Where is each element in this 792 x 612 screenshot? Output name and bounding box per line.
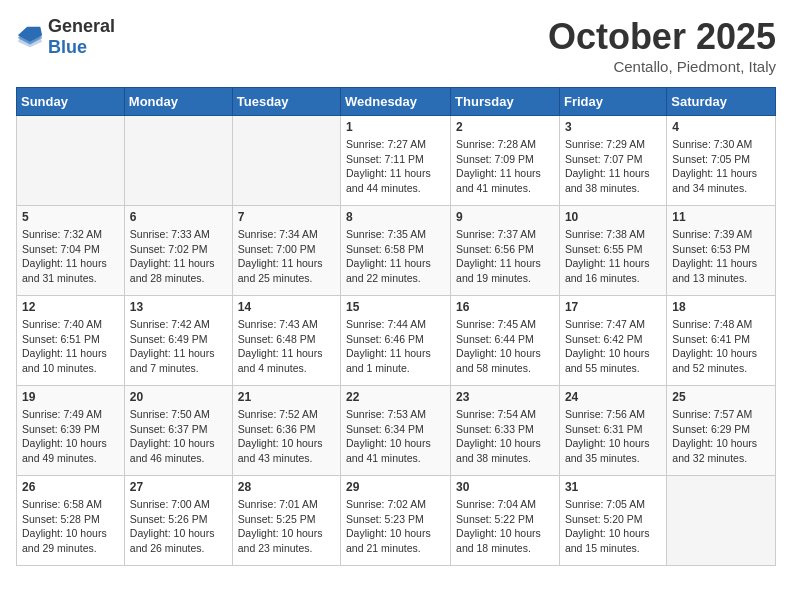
calendar-cell: 6Sunrise: 7:33 AMSunset: 7:02 PMDaylight… xyxy=(124,206,232,296)
day-number: 21 xyxy=(238,390,335,404)
cell-info: Sunrise: 7:27 AMSunset: 7:11 PMDaylight:… xyxy=(346,137,445,196)
cell-info: Sunrise: 7:01 AMSunset: 5:25 PMDaylight:… xyxy=(238,497,335,556)
cell-info: Sunrise: 7:47 AMSunset: 6:42 PMDaylight:… xyxy=(565,317,661,376)
day-number: 7 xyxy=(238,210,335,224)
daylight-text: Daylight: 10 hours and 41 minutes. xyxy=(346,436,445,465)
sunset-text: Sunset: 6:31 PM xyxy=(565,422,661,437)
sunset-text: Sunset: 5:26 PM xyxy=(130,512,227,527)
sunrise-text: Sunrise: 7:57 AM xyxy=(672,407,770,422)
cell-info: Sunrise: 7:40 AMSunset: 6:51 PMDaylight:… xyxy=(22,317,119,376)
day-number: 11 xyxy=(672,210,770,224)
calendar-cell: 4Sunrise: 7:30 AMSunset: 7:05 PMDaylight… xyxy=(667,116,776,206)
cell-info: Sunrise: 7:30 AMSunset: 7:05 PMDaylight:… xyxy=(672,137,770,196)
day-number: 25 xyxy=(672,390,770,404)
calendar-cell: 23Sunrise: 7:54 AMSunset: 6:33 PMDayligh… xyxy=(451,386,560,476)
day-of-week-header: Thursday xyxy=(451,88,560,116)
daylight-text: Daylight: 10 hours and 29 minutes. xyxy=(22,526,119,555)
calendar-cell: 22Sunrise: 7:53 AMSunset: 6:34 PMDayligh… xyxy=(341,386,451,476)
day-number: 20 xyxy=(130,390,227,404)
sunrise-text: Sunrise: 7:01 AM xyxy=(238,497,335,512)
logo-blue: Blue xyxy=(48,37,87,57)
daylight-text: Daylight: 10 hours and 46 minutes. xyxy=(130,436,227,465)
cell-info: Sunrise: 7:37 AMSunset: 6:56 PMDaylight:… xyxy=(456,227,554,286)
calendar-cell: 28Sunrise: 7:01 AMSunset: 5:25 PMDayligh… xyxy=(232,476,340,566)
sunset-text: Sunset: 6:55 PM xyxy=(565,242,661,257)
calendar-week-row: 5Sunrise: 7:32 AMSunset: 7:04 PMDaylight… xyxy=(17,206,776,296)
sunset-text: Sunset: 6:46 PM xyxy=(346,332,445,347)
sunset-text: Sunset: 6:37 PM xyxy=(130,422,227,437)
daylight-text: Daylight: 11 hours and 44 minutes. xyxy=(346,166,445,195)
daylight-text: Daylight: 11 hours and 13 minutes. xyxy=(672,256,770,285)
sunset-text: Sunset: 6:41 PM xyxy=(672,332,770,347)
calendar-cell: 2Sunrise: 7:28 AMSunset: 7:09 PMDaylight… xyxy=(451,116,560,206)
daylight-text: Daylight: 10 hours and 49 minutes. xyxy=(22,436,119,465)
calendar-cell: 17Sunrise: 7:47 AMSunset: 6:42 PMDayligh… xyxy=(559,296,666,386)
day-number: 19 xyxy=(22,390,119,404)
cell-info: Sunrise: 7:57 AMSunset: 6:29 PMDaylight:… xyxy=(672,407,770,466)
sunset-text: Sunset: 7:00 PM xyxy=(238,242,335,257)
sunset-text: Sunset: 6:42 PM xyxy=(565,332,661,347)
sunrise-text: Sunrise: 7:52 AM xyxy=(238,407,335,422)
day-number: 1 xyxy=(346,120,445,134)
calendar-table: SundayMondayTuesdayWednesdayThursdayFrid… xyxy=(16,87,776,566)
day-number: 2 xyxy=(456,120,554,134)
sunrise-text: Sunrise: 7:45 AM xyxy=(456,317,554,332)
daylight-text: Daylight: 10 hours and 38 minutes. xyxy=(456,436,554,465)
calendar-cell: 25Sunrise: 7:57 AMSunset: 6:29 PMDayligh… xyxy=(667,386,776,476)
sunset-text: Sunset: 6:56 PM xyxy=(456,242,554,257)
sunset-text: Sunset: 5:23 PM xyxy=(346,512,445,527)
day-of-week-header: Wednesday xyxy=(341,88,451,116)
location: Centallo, Piedmont, Italy xyxy=(548,58,776,75)
day-number: 13 xyxy=(130,300,227,314)
sunrise-text: Sunrise: 7:44 AM xyxy=(346,317,445,332)
daylight-text: Daylight: 10 hours and 23 minutes. xyxy=(238,526,335,555)
daylight-text: Daylight: 10 hours and 26 minutes. xyxy=(130,526,227,555)
day-number: 4 xyxy=(672,120,770,134)
day-number: 18 xyxy=(672,300,770,314)
daylight-text: Daylight: 10 hours and 58 minutes. xyxy=(456,346,554,375)
cell-info: Sunrise: 7:32 AMSunset: 7:04 PMDaylight:… xyxy=(22,227,119,286)
cell-info: Sunrise: 7:48 AMSunset: 6:41 PMDaylight:… xyxy=(672,317,770,376)
day-number: 3 xyxy=(565,120,661,134)
calendar-cell xyxy=(124,116,232,206)
cell-info: Sunrise: 7:45 AMSunset: 6:44 PMDaylight:… xyxy=(456,317,554,376)
daylight-text: Daylight: 11 hours and 19 minutes. xyxy=(456,256,554,285)
daylight-text: Daylight: 10 hours and 18 minutes. xyxy=(456,526,554,555)
sunrise-text: Sunrise: 7:34 AM xyxy=(238,227,335,242)
calendar-cell: 20Sunrise: 7:50 AMSunset: 6:37 PMDayligh… xyxy=(124,386,232,476)
day-number: 28 xyxy=(238,480,335,494)
sunset-text: Sunset: 6:44 PM xyxy=(456,332,554,347)
sunrise-text: Sunrise: 7:02 AM xyxy=(346,497,445,512)
day-of-week-header: Tuesday xyxy=(232,88,340,116)
sunrise-text: Sunrise: 7:28 AM xyxy=(456,137,554,152)
calendar-cell: 15Sunrise: 7:44 AMSunset: 6:46 PMDayligh… xyxy=(341,296,451,386)
daylight-text: Daylight: 11 hours and 22 minutes. xyxy=(346,256,445,285)
sunset-text: Sunset: 7:09 PM xyxy=(456,152,554,167)
cell-info: Sunrise: 7:28 AMSunset: 7:09 PMDaylight:… xyxy=(456,137,554,196)
sunset-text: Sunset: 6:29 PM xyxy=(672,422,770,437)
sunrise-text: Sunrise: 7:00 AM xyxy=(130,497,227,512)
cell-info: Sunrise: 7:39 AMSunset: 6:53 PMDaylight:… xyxy=(672,227,770,286)
calendar-week-row: 12Sunrise: 7:40 AMSunset: 6:51 PMDayligh… xyxy=(17,296,776,386)
calendar-cell xyxy=(232,116,340,206)
cell-info: Sunrise: 7:35 AMSunset: 6:58 PMDaylight:… xyxy=(346,227,445,286)
calendar-cell: 10Sunrise: 7:38 AMSunset: 6:55 PMDayligh… xyxy=(559,206,666,296)
sunrise-text: Sunrise: 7:48 AM xyxy=(672,317,770,332)
page-header: General Blue October 2025 Centallo, Pied… xyxy=(16,16,776,75)
sunset-text: Sunset: 7:07 PM xyxy=(565,152,661,167)
day-number: 14 xyxy=(238,300,335,314)
calendar-cell: 29Sunrise: 7:02 AMSunset: 5:23 PMDayligh… xyxy=(341,476,451,566)
sunrise-text: Sunrise: 7:27 AM xyxy=(346,137,445,152)
daylight-text: Daylight: 11 hours and 38 minutes. xyxy=(565,166,661,195)
day-number: 27 xyxy=(130,480,227,494)
calendar-cell xyxy=(17,116,125,206)
day-number: 30 xyxy=(456,480,554,494)
calendar-cell: 18Sunrise: 7:48 AMSunset: 6:41 PMDayligh… xyxy=(667,296,776,386)
sunrise-text: Sunrise: 7:38 AM xyxy=(565,227,661,242)
calendar-cell: 8Sunrise: 7:35 AMSunset: 6:58 PMDaylight… xyxy=(341,206,451,296)
day-number: 22 xyxy=(346,390,445,404)
day-of-week-header: Saturday xyxy=(667,88,776,116)
calendar-header-row: SundayMondayTuesdayWednesdayThursdayFrid… xyxy=(17,88,776,116)
logo-general: General xyxy=(48,16,115,36)
calendar-cell: 5Sunrise: 7:32 AMSunset: 7:04 PMDaylight… xyxy=(17,206,125,296)
